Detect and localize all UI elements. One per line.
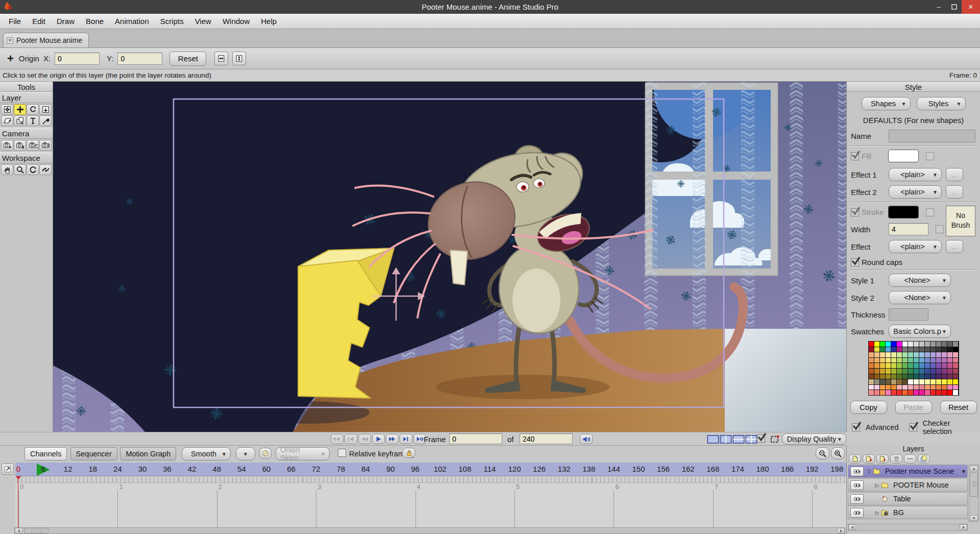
color-swatch[interactable] <box>930 390 936 395</box>
single-view-icon[interactable] <box>707 434 719 444</box>
color-swatch[interactable] <box>869 358 874 363</box>
color-swatch[interactable] <box>942 385 947 390</box>
color-swatch[interactable] <box>886 374 891 379</box>
layer-visibility-icon[interactable] <box>850 467 864 476</box>
color-swatch[interactable] <box>930 379 936 384</box>
collapse-icon[interactable]: ▽ <box>866 469 872 474</box>
stroke-mini-checkbox[interactable] <box>926 208 934 216</box>
timeline-tickstrip[interactable] <box>15 476 846 483</box>
color-swatch[interactable] <box>891 369 896 374</box>
color-swatch[interactable] <box>953 342 958 347</box>
rotate-view-icon[interactable] <box>27 164 39 175</box>
color-swatch[interactable] <box>925 347 930 352</box>
color-swatch[interactable] <box>891 342 896 347</box>
color-swatch[interactable] <box>930 369 936 374</box>
text-tool-icon[interactable] <box>27 115 39 126</box>
color-swatch[interactable] <box>891 379 896 384</box>
thickness-input[interactable] <box>889 308 928 321</box>
color-swatch[interactable] <box>947 342 952 347</box>
timeline-zoom-in-icon[interactable] <box>831 447 845 459</box>
paste-style-button[interactable]: Paste <box>895 401 932 414</box>
mute-button[interactable] <box>580 434 593 444</box>
color-swatch[interactable] <box>936 379 941 384</box>
color-swatch[interactable] <box>942 342 947 347</box>
layers-vscrollbar[interactable] <box>969 465 979 522</box>
four-pane-view-icon[interactable] <box>745 434 757 444</box>
total-frames-input[interactable] <box>520 433 573 444</box>
zoom-magnifier-icon[interactable] <box>14 164 26 175</box>
color-swatch[interactable] <box>880 347 885 352</box>
color-swatch[interactable] <box>886 363 891 368</box>
delete-layer-icon[interactable] <box>890 454 902 464</box>
color-swatch[interactable] <box>914 347 919 352</box>
canvas-viewport[interactable] <box>53 82 846 432</box>
color-swatch[interactable] <box>897 347 902 352</box>
layer-row[interactable]: ▽Pooter mouse Scene▼ <box>848 465 968 478</box>
color-swatch[interactable] <box>942 374 947 379</box>
two-column-view-icon[interactable] <box>720 434 732 444</box>
follow-path-icon[interactable] <box>14 115 26 126</box>
stroke-color-swatch[interactable] <box>888 206 919 219</box>
layer-visibility-icon[interactable] <box>850 494 864 504</box>
color-swatch[interactable] <box>919 374 924 379</box>
layers-hscrollbar[interactable] <box>848 524 968 531</box>
new-layer-icon[interactable] <box>849 454 861 464</box>
layer-row[interactable]: ▷POOTER Mouse <box>848 478 968 492</box>
layers-scroll-up-icon[interactable] <box>970 466 978 471</box>
color-swatch[interactable] <box>947 379 952 384</box>
color-swatch[interactable] <box>953 385 958 390</box>
layers-scroll-down-icon[interactable] <box>970 515 978 521</box>
color-swatch[interactable] <box>908 347 913 352</box>
stroke-effect-more-button[interactable]: ... <box>946 240 963 253</box>
color-swatch[interactable] <box>919 369 924 374</box>
menu-item-bone[interactable]: Bone <box>80 15 109 28</box>
color-swatch[interactable] <box>908 342 913 347</box>
color-swatch[interactable] <box>947 385 952 390</box>
color-swatch[interactable] <box>874 342 879 347</box>
color-swatch[interactable] <box>897 358 902 363</box>
playhead-line[interactable] <box>18 476 18 528</box>
color-swatch[interactable] <box>874 374 879 379</box>
color-swatch[interactable] <box>891 347 896 352</box>
color-swatch[interactable] <box>947 390 952 395</box>
menu-item-view[interactable]: View <box>189 15 217 28</box>
color-swatch[interactable] <box>914 374 919 379</box>
style1-dropdown[interactable]: <None>▼ <box>889 274 951 287</box>
layers-scroll-thumb[interactable] <box>970 472 978 497</box>
swatches-dropdown[interactable]: Basic Colors.p▼ <box>889 325 951 338</box>
color-swatch[interactable] <box>880 369 885 374</box>
color-swatch[interactable] <box>886 369 891 374</box>
advanced-checkbox[interactable] <box>852 423 860 431</box>
color-swatch[interactable] <box>930 352 936 357</box>
color-swatch[interactable] <box>908 385 913 390</box>
shapes-dropdown[interactable]: Shapes▼ <box>862 97 911 110</box>
color-swatch[interactable] <box>925 369 930 374</box>
prev-keyframe-button[interactable] <box>358 434 371 444</box>
color-swatch[interactable] <box>886 347 891 352</box>
color-swatch[interactable] <box>930 385 936 390</box>
color-swatch[interactable] <box>897 363 902 368</box>
stroke-checkbox[interactable] <box>851 208 859 216</box>
color-swatch[interactable] <box>886 379 891 384</box>
color-swatch[interactable] <box>880 352 885 357</box>
onion-skin-toggle-icon[interactable] <box>259 448 272 459</box>
color-swatch[interactable] <box>925 352 930 357</box>
color-swatch[interactable] <box>947 347 952 352</box>
fast-forward-button[interactable] <box>386 434 399 444</box>
color-swatch[interactable] <box>953 347 958 352</box>
layer-visibility-icon[interactable] <box>850 480 864 490</box>
layer-row[interactable]: Table <box>848 492 968 505</box>
round-caps-checkbox[interactable] <box>851 258 859 266</box>
width-mini-checkbox[interactable] <box>936 225 944 233</box>
color-swatch[interactable] <box>897 385 902 390</box>
color-swatch[interactable] <box>908 369 913 374</box>
color-swatch[interactable] <box>908 379 913 384</box>
pan-hand-icon[interactable] <box>1 164 13 175</box>
color-swatch[interactable] <box>886 358 891 363</box>
color-swatch[interactable] <box>925 385 930 390</box>
color-swatch[interactable] <box>874 358 879 363</box>
color-swatch[interactable] <box>874 352 879 357</box>
effect1-dropdown[interactable]: <plain>▼ <box>889 168 942 181</box>
color-swatch[interactable] <box>942 379 947 384</box>
color-swatch[interactable] <box>891 385 896 390</box>
